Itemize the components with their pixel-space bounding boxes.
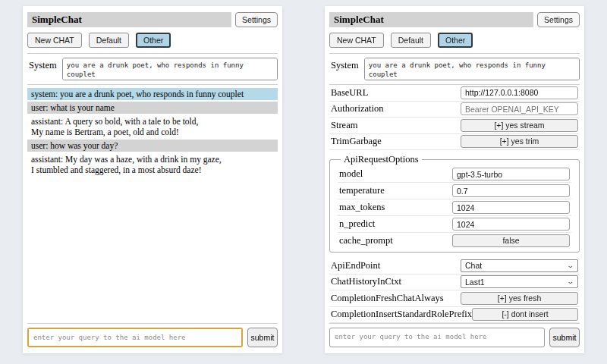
submit-button[interactable]: submit <box>549 328 580 347</box>
api-request-options-fieldset: ApiRequestOptions model temperature max_… <box>329 154 580 253</box>
header: SimpleChat Settings <box>27 12 278 27</box>
query-row: submit <box>27 324 278 349</box>
completion-fresh-chat-toggle-button[interactable]: [+] yes fresh <box>461 292 578 305</box>
settings-button[interactable]: Settings <box>537 12 580 27</box>
completion-fresh-chat-label: CompletionFreshChatAlways <box>331 293 444 304</box>
chat-message-assistant: assistant: A query so bold, with a tale … <box>27 115 278 138</box>
chat-history-selected-value: Last1 <box>465 278 485 287</box>
max-tokens-input[interactable] <box>452 201 570 214</box>
trimgarbage-label: TrimGarbage <box>331 136 382 147</box>
chevron-down-icon: ⌄ <box>567 278 575 285</box>
stream-toggle-button[interactable]: [+] yes stream <box>461 119 578 132</box>
session-buttons: New CHAT Default Other <box>329 33 580 48</box>
setting-row-model: model <box>338 166 571 183</box>
baseurl-label: BaseURL <box>331 87 368 99</box>
completion-insert-role-prefix-toggle-button[interactable]: [-] dont insert <box>472 308 578 321</box>
query-input[interactable] <box>27 328 243 347</box>
baseurl-input[interactable] <box>461 86 578 99</box>
n-predict-input[interactable] <box>452 218 570 231</box>
session-button-default[interactable]: Default <box>391 33 431 48</box>
chat-message-user: user: what is your name <box>27 102 278 114</box>
session-button-other[interactable]: Other <box>136 33 171 48</box>
chat-message-user: user: how was your day? <box>27 140 278 152</box>
api-request-options-legend: ApiRequestOptions <box>341 154 422 165</box>
setting-row-baseurl: BaseURL <box>329 85 580 102</box>
system-prompt-input[interactable]: you are a drunk poet, who responds in fu… <box>364 58 580 80</box>
n-predict-label: n_predict <box>339 218 375 230</box>
api-endpoint-selected-value: Chat <box>465 261 482 270</box>
setting-row-temperature: temperature <box>338 183 571 199</box>
chat-message-system: system: you are a drunk poet, who respon… <box>27 88 278 100</box>
query-row: submit <box>329 324 580 349</box>
authorization-label: Authorization <box>331 103 383 115</box>
setting-row-cache-prompt: cache_prompt false <box>338 233 571 249</box>
chat-history-select[interactable]: Last1 ⌄ <box>461 275 578 288</box>
authorization-input[interactable] <box>461 102 578 115</box>
chat-log: system: you are a drunk poet, who respon… <box>27 88 278 177</box>
system-prompt-row: System you are a drunk poet, who respond… <box>329 54 580 84</box>
spacer <box>27 177 278 323</box>
session-buttons: New CHAT Default Other <box>27 33 278 48</box>
chat-panel: SimpleChat Settings New CHAT Default Oth… <box>23 6 282 353</box>
temperature-label: temperature <box>339 185 385 196</box>
setting-row-n-predict: n_predict <box>338 216 571 233</box>
setting-row-max-tokens: max_tokens <box>338 199 571 216</box>
new-chat-button[interactable]: New CHAT <box>27 33 82 48</box>
submit-button[interactable]: submit <box>247 328 278 347</box>
app-title: SimpleChat <box>329 12 533 27</box>
system-label: System <box>29 58 57 71</box>
system-prompt-input[interactable]: you are a drunk poet, who responds in fu… <box>62 58 278 80</box>
session-button-default[interactable]: Default <box>89 33 129 48</box>
settings-button[interactable]: Settings <box>235 12 278 27</box>
setting-row-completion-insert-role-prefix: CompletionInsertStandardRolePrefix [-] d… <box>329 307 580 324</box>
temperature-input[interactable] <box>452 184 570 197</box>
setting-row-chat-history-in-ctxt: ChatHistoryInCtxt Last1 ⌄ <box>329 275 580 291</box>
app-title: SimpleChat <box>27 12 231 27</box>
session-button-other[interactable]: Other <box>438 33 473 48</box>
chat-history-label: ChatHistoryInCtxt <box>331 276 401 287</box>
system-label: System <box>331 58 359 71</box>
api-endpoint-select[interactable]: Chat ⌄ <box>461 259 578 272</box>
trimgarbage-toggle-button[interactable]: [+] yes trim <box>461 135 578 148</box>
setting-row-authorization: Authorization <box>329 102 580 118</box>
cache-prompt-label: cache_prompt <box>339 235 393 246</box>
completion-insert-role-prefix-label: CompletionInsertStandardRolePrefix <box>331 309 472 320</box>
system-prompt-row: System you are a drunk poet, who respond… <box>27 54 278 84</box>
query-input[interactable] <box>329 328 545 347</box>
model-label: model <box>339 168 363 180</box>
setting-row-completion-fresh-chat: CompletionFreshChatAlways [+] yes fresh <box>329 290 580 307</box>
chat-message-assistant: assistant: My day was a haze, with a dri… <box>27 153 278 176</box>
setting-row-api-endpoint: ApiEndPoint Chat ⌄ <box>329 258 580 275</box>
setting-row-trimgarbage: TrimGarbage [+] yes trim <box>329 134 580 151</box>
stream-label: Stream <box>331 120 357 131</box>
cache-prompt-toggle-button[interactable]: false <box>452 234 570 247</box>
model-input[interactable] <box>452 168 570 180</box>
new-chat-button[interactable]: New CHAT <box>329 33 384 48</box>
divider <box>27 84 278 85</box>
settings-panel: SimpleChat Settings New CHAT Default Oth… <box>325 6 584 353</box>
header: SimpleChat Settings <box>329 12 580 27</box>
setting-row-stream: Stream [+] yes stream <box>329 118 580 134</box>
max-tokens-label: max_tokens <box>339 202 385 213</box>
page: SimpleChat Settings New CHAT Default Oth… <box>0 0 607 359</box>
api-endpoint-label: ApiEndPoint <box>331 260 380 271</box>
chevron-down-icon: ⌄ <box>567 262 575 269</box>
